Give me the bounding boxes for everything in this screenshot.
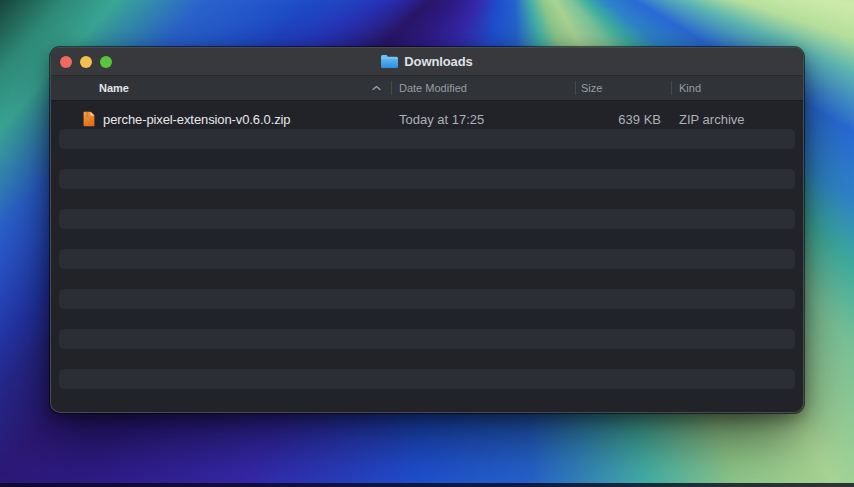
folder-icon xyxy=(381,55,398,68)
empty-row xyxy=(51,149,803,169)
empty-row xyxy=(51,229,803,249)
empty-row xyxy=(51,329,803,349)
file-row[interactable]: perche-pixel-extension-v0.6.0.zip Today … xyxy=(51,109,803,129)
empty-row xyxy=(51,309,803,329)
file-kind: ZIP archive xyxy=(671,112,803,127)
column-headers: Name Date Modified Size Kind xyxy=(51,76,803,101)
empty-row xyxy=(51,369,803,389)
empty-row xyxy=(51,349,803,369)
window-title: Downloads xyxy=(404,54,472,69)
wallpaper-bottom-edge xyxy=(0,483,854,487)
empty-row xyxy=(51,209,803,229)
empty-row xyxy=(51,269,803,289)
empty-row xyxy=(51,189,803,209)
finder-window: Downloads Name Date Modified Size Kind xyxy=(50,47,804,413)
column-header-size[interactable]: Size xyxy=(575,76,671,100)
close-button[interactable] xyxy=(60,56,72,68)
traffic-lights xyxy=(60,48,112,75)
window-titlebar: Downloads xyxy=(51,48,803,76)
column-label: Size xyxy=(581,82,602,94)
file-size: 639 KB xyxy=(575,112,671,127)
column-header-kind[interactable]: Kind xyxy=(671,76,803,100)
file-name: perche-pixel-extension-v0.6.0.zip xyxy=(103,112,290,127)
empty-row xyxy=(51,289,803,309)
empty-row xyxy=(51,249,803,269)
zoom-button[interactable] xyxy=(100,56,112,68)
column-label: Name xyxy=(99,82,129,94)
zip-file-icon xyxy=(81,111,96,127)
desktop-wallpaper: Downloads Name Date Modified Size Kind xyxy=(0,0,854,487)
empty-row xyxy=(51,169,803,189)
column-header-name[interactable]: Name xyxy=(51,76,391,100)
window-title-area: Downloads xyxy=(381,54,472,69)
file-list: perche-pixel-extension-v0.6.0.zip Today … xyxy=(51,101,803,389)
empty-row xyxy=(51,129,803,149)
minimize-button[interactable] xyxy=(80,56,92,68)
column-header-date-modified[interactable]: Date Modified xyxy=(391,76,575,100)
column-label: Date Modified xyxy=(399,82,467,94)
file-name-cell: perche-pixel-extension-v0.6.0.zip xyxy=(51,111,391,127)
chevron-up-icon xyxy=(372,85,381,91)
file-date-modified: Today at 17:25 xyxy=(391,112,575,127)
column-label: Kind xyxy=(679,82,701,94)
